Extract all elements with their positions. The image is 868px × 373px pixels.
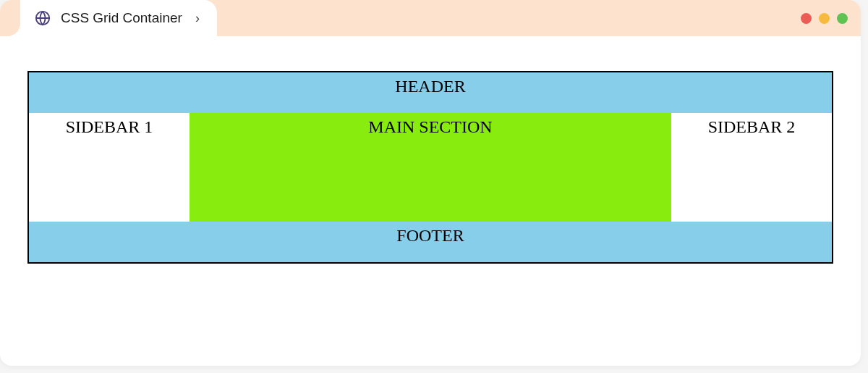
grid-sidebar-1: SIDEBAR 1 <box>29 113 190 222</box>
chevron-right-icon: › <box>195 11 200 26</box>
grid-footer: FOOTER <box>29 222 832 262</box>
grid-main-section: MAIN SECTION <box>190 113 671 222</box>
globe-icon <box>35 10 51 26</box>
css-grid-container: HEADER SIDEBAR 1 MAIN SECTION SIDEBAR 2 … <box>27 71 833 264</box>
maximize-window-button[interactable] <box>837 13 848 24</box>
close-window-button[interactable] <box>801 13 812 24</box>
page-content: HEADER SIDEBAR 1 MAIN SECTION SIDEBAR 2 … <box>0 36 861 285</box>
browser-tab[interactable]: CSS Grid Container › <box>20 0 217 36</box>
minimize-window-button[interactable] <box>819 13 830 24</box>
tab-title: CSS Grid Container <box>61 10 182 26</box>
grid-header: HEADER <box>29 72 832 113</box>
browser-window: CSS Grid Container › HEADER SIDEBAR 1 MA… <box>0 0 861 366</box>
grid-sidebar-2: SIDEBAR 2 <box>671 113 832 222</box>
window-controls <box>801 13 848 24</box>
titlebar: CSS Grid Container › <box>0 0 861 36</box>
